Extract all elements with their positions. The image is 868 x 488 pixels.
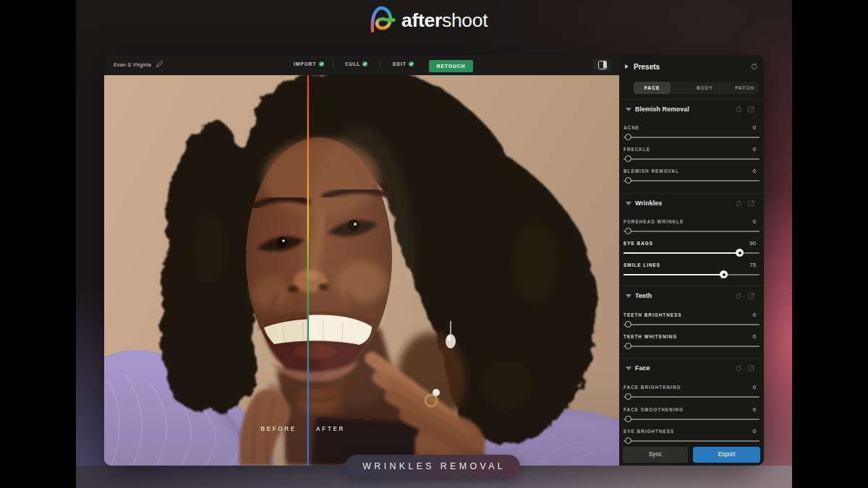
svg-text:BEFORE: BEFORE — [260, 426, 297, 432]
svg-text:AFTER: AFTER — [316, 426, 345, 432]
